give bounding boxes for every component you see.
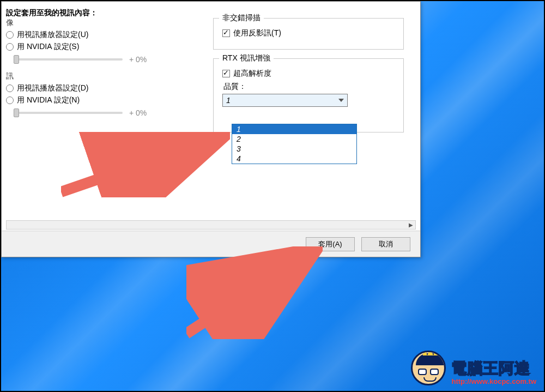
watermark-url: http://www.kocpc.com.tw (451, 377, 536, 385)
radio-nvidia-n[interactable]: 用 NVIDIA 設定(N) (6, 95, 191, 105)
slider-thumb[interactable] (14, 108, 19, 117)
watermark-title: 電腦王阿達 (451, 361, 536, 376)
cancel-label: 取消 (379, 239, 393, 249)
annotation-arrow-bottom (186, 246, 323, 339)
slider-thumb[interactable] (14, 55, 19, 64)
slider-2[interactable]: + 0% (14, 108, 191, 117)
checkbox-icon (222, 29, 230, 37)
radio-icon (6, 31, 14, 39)
watermark-text: 電腦王阿達 http://www.kocpc.com.tw (451, 361, 536, 385)
slider-track[interactable] (14, 58, 123, 61)
apply-button[interactable]: 套用(A) (306, 237, 355, 251)
rtx-group: RTX 視訊增強 超高解析度 品質： 1 (213, 58, 404, 132)
chevron-down-icon (337, 97, 345, 104)
radio-nvidia-s[interactable]: 用 NVIDIA 設定(S) (6, 42, 191, 52)
radio-label: 用 NVIDIA 設定(N) (17, 95, 80, 105)
quality-combobox[interactable]: 1 (222, 94, 348, 107)
slider-value: + 0% (129, 55, 147, 64)
deinterlace-group: 非交錯掃描 使用反影訊(T) (213, 18, 404, 50)
group2-label: 訊 (6, 71, 191, 81)
settings-content: 設定套用至我的視訊內容： 像 用視訊播放器設定(U) 用 NVIDIA 設定(S… (6, 7, 416, 220)
radio-icon (6, 85, 14, 92)
svg-line-1 (186, 252, 312, 334)
settings-window: 設定套用至我的視訊內容： 像 用視訊播放器設定(U) 用 NVIDIA 設定(S… (1, 1, 421, 257)
scroll-right-icon[interactable]: ▶ (406, 221, 415, 229)
checkbox-icon (222, 70, 230, 77)
quality-option[interactable]: 4 (232, 154, 356, 164)
radio-player-u[interactable]: 用視訊播放器設定(U) (6, 30, 191, 40)
watermark-avatar-icon (411, 351, 446, 385)
radio-icon (6, 97, 14, 104)
checkbox-deinterlace[interactable]: 使用反影訊(T) (222, 28, 395, 38)
quality-label: 品質： (223, 82, 395, 92)
quality-combobox-list[interactable]: 1 2 3 4 (232, 124, 357, 164)
quality-option[interactable]: 3 (232, 144, 356, 154)
slider-track[interactable] (14, 112, 123, 114)
right-column: 非交錯掃描 使用反影訊(T) RTX 視訊增強 超高解析度 品質： 1 (213, 18, 404, 141)
quality-selected: 1 (226, 96, 231, 105)
button-bar: 套用(A) 取消 (2, 231, 420, 257)
left-column: 像 用視訊播放器設定(U) 用 NVIDIA 設定(S) + 0% (6, 7, 191, 125)
rtx-legend: RTX 視訊增強 (219, 53, 274, 63)
radio-label: 用 NVIDIA 設定(S) (17, 42, 79, 52)
horizontal-scrollbar[interactable]: ▶ (6, 220, 416, 230)
group1-label: 像 (6, 18, 191, 28)
watermark: 電腦王阿達 http://www.kocpc.com.tw (411, 351, 536, 385)
deinterlace-legend: 非交錯掃描 (219, 13, 264, 23)
cancel-button[interactable]: 取消 (361, 237, 410, 251)
quality-option[interactable]: 1 (232, 124, 356, 134)
radio-label: 用視訊播放器設定(D) (17, 83, 88, 93)
radio-icon (6, 43, 14, 51)
checkbox-super-res[interactable]: 超高解析度 (222, 69, 395, 79)
checkbox-label: 超高解析度 (233, 69, 271, 79)
slider-value: + 0% (129, 108, 147, 117)
radio-player-d[interactable]: 用視訊播放器設定(D) (6, 83, 191, 93)
slider-1[interactable]: + 0% (14, 55, 191, 64)
quality-option[interactable]: 2 (232, 134, 356, 144)
apply-label: 套用(A) (318, 239, 342, 249)
radio-label: 用視訊播放器設定(U) (17, 30, 88, 40)
checkbox-label: 使用反影訊(T) (233, 28, 281, 38)
